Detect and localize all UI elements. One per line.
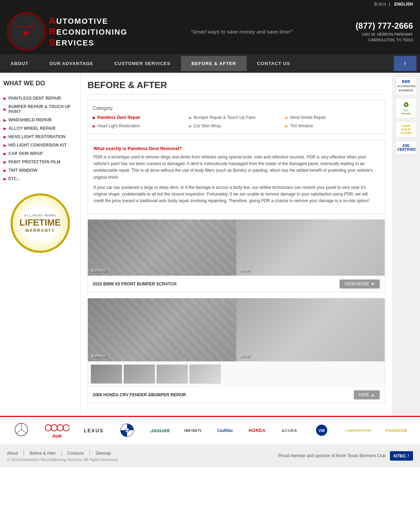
brand-mercedes [13, 423, 30, 439]
chevron-up-icon: ▲ [371, 392, 375, 397]
top-bar: 한국어 | ENGLISH [0, 0, 420, 9]
lifetime-badge: ALL PAINT WORK LIFETIME WARRANTY [4, 193, 77, 253]
nav-services[interactable]: CUSTOMER SERVICES [104, 56, 181, 71]
category-tint[interactable]: ▶ Tint Window [286, 123, 380, 129]
svg-point-5 [51, 425, 57, 431]
category-pdr[interactable]: ▶ Paintless Dent Repair [93, 114, 187, 121]
sidebar-item-tint[interactable]: TINT WINDOW [4, 166, 77, 175]
brand-jaguar: JAGUAR [150, 428, 170, 433]
facebook-link[interactable]: f [394, 56, 416, 71]
ntbc-badge: NTBC ╯ [390, 451, 413, 461]
arrow-icon: ▶ [189, 124, 192, 128]
gallery-title-bmw: 2010 BMW X5 FRONT BUMPER SCRATCH [93, 282, 176, 286]
brand-bmw: BMW [118, 423, 136, 438]
brand-lamborghini: LAMBORGHINI [345, 429, 371, 432]
brand-infiniti: INFINITI [184, 428, 202, 433]
sidebar-menu: PAINTLESS DENT REPAIR BUMPER REPAIR & TO… [4, 94, 77, 183]
category-windshield[interactable]: ▶ Wind Shield Repair [286, 114, 380, 121]
svg-line-3 [21, 430, 27, 434]
before-label-bmw: Before [91, 268, 106, 273]
svg-text:VW: VW [318, 428, 325, 433]
brand-lexus: LEXUS [84, 428, 104, 433]
sidebar-item-carskin[interactable]: CAR SKIN WRAP [4, 149, 77, 158]
tagline: "Smart ways to save money and save time!… [127, 29, 356, 35]
after-image-bmw: After [236, 220, 385, 276]
lang-english[interactable]: ENGLISH [394, 2, 413, 7]
sidebar: WHAT WE DO PAINTLESS DENT REPAIR BUMPER … [0, 73, 80, 416]
footer-link-sitemap[interactable]: Sitemap [96, 451, 111, 456]
logo-text: AUTOMOTIVE RECONDITIONING SERVICES [49, 15, 127, 48]
thumb-2[interactable] [124, 364, 155, 384]
brand-porsche: PORSCHE [386, 428, 407, 433]
pdr-section: What exactly is Paintless Dent Removal? … [88, 140, 385, 214]
footer-left: About | Before & After | Contacts | Site… [7, 450, 119, 462]
lifetime-badge-circle: ALL PAINT WORK LIFETIME WARRANTY [10, 193, 70, 253]
lang-korean[interactable]: 한국어 [374, 2, 386, 7]
logo-circle: CERTIFIED ★ [7, 12, 46, 51]
footer: About | Before & After | Contacts | Site… [0, 444, 420, 467]
svg-point-7 [63, 425, 69, 431]
footer-link-before-after[interactable]: Before & After [29, 451, 56, 456]
sidebar-heading: WHAT WE DO [4, 80, 77, 89]
footer-nav: About | Before & After | Contacts | Site… [7, 450, 119, 456]
nav-advantage[interactable]: OUR ADVANTAGE [39, 56, 104, 71]
brand-acura: ACURA [281, 428, 298, 433]
sidebar-item-windshield[interactable]: WINDSHIELD REPAIR [4, 116, 77, 124]
icar-badge: I-CARGOLDCLASS [396, 121, 416, 138]
arrow-icon: ▶ [286, 124, 288, 128]
bbb-badge: BBBACCREDITEDBUSINESS [396, 76, 416, 95]
sidebar-item-etc[interactable]: ETC... [4, 175, 77, 183]
hide-button-honda[interactable]: HIDE ▲ [354, 390, 380, 399]
view-more-button-bmw[interactable]: VIEW MORE ▼ [340, 279, 380, 289]
ntbc-label: NTBC [393, 453, 406, 459]
svg-point-6 [57, 425, 63, 431]
nav-before-after[interactable]: BEFORE & AFTER [181, 56, 247, 71]
after-label-bmw: After [240, 268, 250, 273]
svg-point-4 [45, 425, 51, 431]
ba-images-bmw: Before After [88, 220, 385, 276]
arrow-icon: ▶ [93, 116, 96, 120]
after-label-honda: After [240, 353, 250, 359]
page-title: BEFORE & AFTER [88, 80, 385, 94]
sidebar-item-headlight[interactable]: HEAD LIGHT RESTORATION [4, 133, 77, 141]
footer-link-contacts[interactable]: Contacts [67, 451, 84, 456]
chevron-down-icon: ▼ [371, 282, 375, 286]
main-layout: WHAT WE DO PAINTLESS DENT REPAIR BUMPER … [0, 73, 420, 416]
sidebar-item-pdr[interactable]: PAINTLESS DENT REPAIR [4, 94, 77, 102]
copyright: © 2013 Automotive Reconditioning Service… [7, 457, 119, 462]
brand-cadillac: Cadillac [216, 428, 234, 433]
phone-number: (877) 777-2666 [356, 21, 413, 31]
sidebar-item-paint[interactable]: PAINT PROTECTION FILM [4, 158, 77, 166]
ba-footer-bmw: 2010 BMW X5 FRONT BUMPER SCRATCH VIEW MO… [88, 276, 385, 292]
category-label: Category [93, 105, 380, 111]
category-carskin[interactable]: ▶ Car Skin Wrap [189, 123, 283, 129]
badge-all-paint: ALL PAINT WORK [24, 214, 56, 217]
ba-images-honda: Before After [88, 298, 385, 361]
category-grid: ▶ Paintless Dent Repair ▶ Bumper Repair … [93, 114, 380, 129]
ba-footer-honda: 2006 HONDA CRV FENDER &BUMPER REPAIR HID… [88, 386, 385, 403]
logo-area: CERTIFIED ★ AUTOMOTIVE RECONDITIONING SE… [7, 12, 127, 51]
after-image-honda: After [236, 298, 385, 361]
sidebar-item-hid[interactable]: HID LIGHT CONVERSION KIT [4, 141, 77, 149]
footer-right: Proud member and sponsor of North Texas … [278, 451, 413, 461]
brand-honda: HONDA [248, 428, 266, 433]
pdr-para1: PDR is a technique used to remove dings … [93, 154, 379, 181]
nav-about[interactable]: ABOUT [0, 56, 39, 71]
logo-line2: RECONDITIONING [49, 26, 127, 37]
sidebar-item-alloy[interactable]: ALLOY WHEEL REPAIR [4, 124, 77, 133]
nav-contact[interactable]: CONTACT US [247, 56, 301, 71]
sidebar-item-bumper[interactable]: BUMPER REPAIR & TOUCH UP PAINT [4, 102, 77, 116]
arrow-icon: ▶ [286, 116, 288, 120]
certified-stamp: CERTIFIED ★ [16, 25, 37, 38]
thumb-1[interactable] [91, 364, 122, 384]
category-headlight[interactable]: ▶ Head Light Restoration [93, 123, 187, 129]
category-bumper[interactable]: ▶ Bumper Repair & Touch Up Paint [189, 114, 283, 121]
header: CERTIFIED ★ AUTOMOTIVE RECONDITIONING SE… [0, 9, 420, 54]
gallery-title-honda: 2006 HONDA CRV FENDER &BUMPER REPAIR [93, 392, 186, 397]
arrow-icon: ▶ [189, 116, 192, 120]
thumb-3[interactable] [156, 364, 188, 384]
thumb-4[interactable] [189, 364, 221, 384]
brands-bar: Audi LEXUS BMW JAGUAR INFINITI Cadillac … [0, 416, 420, 444]
footer-link-about[interactable]: About [7, 451, 18, 456]
view-more-label: VIEW MORE [344, 282, 369, 286]
